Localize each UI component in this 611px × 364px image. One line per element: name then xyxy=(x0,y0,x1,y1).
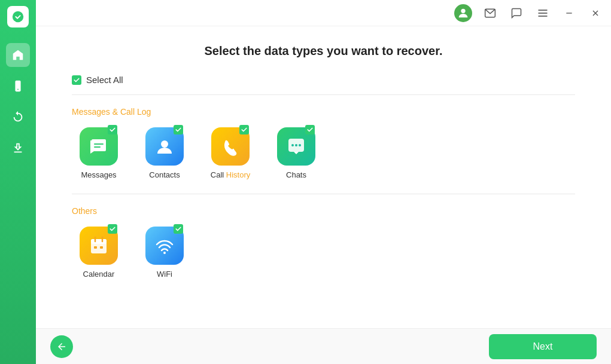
next-button[interactable]: Next xyxy=(489,334,597,359)
app-logo xyxy=(7,6,29,27)
svg-point-13 xyxy=(161,140,168,148)
messages-items-grid: Messages Contacts xyxy=(72,127,575,179)
svg-point-17 xyxy=(299,144,301,146)
mail-icon[interactable] xyxy=(482,5,498,22)
item-contacts[interactable]: Contacts xyxy=(138,127,191,179)
select-all-row: Select All xyxy=(72,75,575,85)
footer: Next xyxy=(36,328,611,364)
section-title-messages: Messages & Call Log xyxy=(72,107,575,117)
svg-point-3 xyxy=(461,8,465,13)
page-title: Select the data types you want to recove… xyxy=(72,44,575,58)
svg-rect-19 xyxy=(91,239,107,244)
others-items-grid: Calendar xyxy=(72,227,575,279)
section-others: Others xyxy=(72,206,575,279)
contacts-checkbox[interactable] xyxy=(174,125,183,134)
user-avatar[interactable] xyxy=(454,4,472,22)
item-chats[interactable]: Chats xyxy=(269,127,323,179)
close-button[interactable] xyxy=(587,5,604,22)
sidebar-item-device[interactable] xyxy=(6,74,30,98)
call-history-checkbox[interactable] xyxy=(239,125,249,134)
wifi-label: WiFi xyxy=(157,270,172,279)
item-call-history[interactable]: Call History xyxy=(203,127,257,179)
wifi-checkbox[interactable] xyxy=(174,224,183,234)
contacts-label: Contacts xyxy=(149,170,180,179)
chat-icon[interactable] xyxy=(508,5,525,22)
sidebar-item-home[interactable] xyxy=(6,43,30,67)
main-area: Select the data types you want to recove… xyxy=(36,0,611,364)
svg-rect-22 xyxy=(94,246,97,249)
section-divider-top xyxy=(72,94,575,95)
section-divider-middle xyxy=(72,194,575,194)
svg-rect-1 xyxy=(15,81,20,91)
section-title-others: Others xyxy=(72,206,575,216)
section-messages-call-log: Messages & Call Log xyxy=(72,107,575,179)
sidebar-item-recovery[interactable] xyxy=(6,105,30,129)
svg-point-2 xyxy=(17,89,19,90)
select-all-label: Select All xyxy=(86,75,123,85)
svg-point-15 xyxy=(291,144,294,146)
messages-checkbox[interactable] xyxy=(108,125,117,134)
menu-icon[interactable] xyxy=(534,5,551,22)
item-wifi[interactable]: WiFi xyxy=(138,227,191,279)
sidebar-item-backup[interactable] xyxy=(6,136,30,160)
calendar-checkbox[interactable] xyxy=(108,224,117,234)
messages-label: Messages xyxy=(81,170,116,179)
call-history-label: Call History xyxy=(211,170,250,179)
chats-checkbox[interactable] xyxy=(305,125,315,134)
back-button[interactable] xyxy=(50,335,73,358)
item-calendar[interactable]: Calendar xyxy=(72,227,126,279)
titlebar-actions xyxy=(454,4,604,22)
item-messages[interactable]: Messages xyxy=(72,127,126,179)
content-area: Select the data types you want to recove… xyxy=(36,26,611,328)
chats-label: Chats xyxy=(286,170,306,179)
svg-point-0 xyxy=(13,11,23,22)
titlebar xyxy=(36,0,611,26)
minimize-button[interactable] xyxy=(561,5,577,22)
calendar-label: Calendar xyxy=(83,270,115,279)
svg-point-24 xyxy=(163,252,166,254)
svg-point-16 xyxy=(295,144,297,146)
sidebar xyxy=(0,0,36,364)
svg-rect-23 xyxy=(100,246,103,249)
select-all-checkbox[interactable] xyxy=(72,75,81,85)
